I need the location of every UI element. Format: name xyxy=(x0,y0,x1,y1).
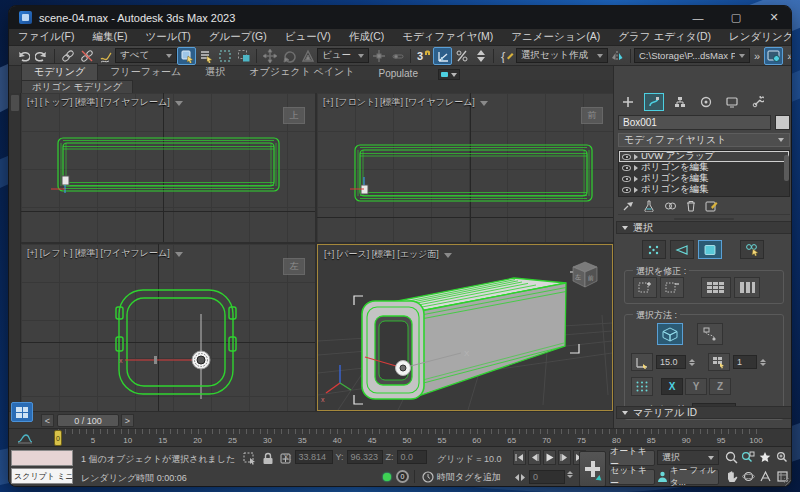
expand-arrow-icon[interactable] xyxy=(634,165,638,171)
use-pivot-point-center-button[interactable] xyxy=(369,47,388,65)
menu-item-0[interactable]: ファイル(F) xyxy=(9,29,83,45)
go-to-start-button[interactable] xyxy=(513,450,526,465)
configure-modifier-sets-button[interactable] xyxy=(705,200,718,214)
visibility-eye-icon[interactable] xyxy=(622,187,631,193)
object-name-field[interactable]: Box001 xyxy=(618,115,771,130)
select-and-rotate-button[interactable] xyxy=(279,47,298,65)
ribbon-tab-選択[interactable]: 選択 xyxy=(193,64,237,80)
reference-coordinate-dropdown[interactable]: ビュー xyxy=(317,48,369,63)
make-unique-button[interactable] xyxy=(664,200,677,214)
viewport-left-label[interactable]: [+] [レフト] [標準] [ワイヤフレーム] xyxy=(27,247,170,260)
frame-spinner[interactable] xyxy=(567,471,575,478)
loop-selection-button[interactable] xyxy=(734,277,760,298)
zoom-extents-icon[interactable] xyxy=(757,449,773,465)
undo-button[interactable] xyxy=(13,47,32,65)
menu-item-5[interactable]: 作成(C) xyxy=(340,29,394,45)
ribbon-tab-Populate[interactable]: Populate xyxy=(366,67,429,80)
named-selection-set-dropdown[interactable]: 選択セット作成 xyxy=(516,48,608,63)
shrink-selection-button[interactable] xyxy=(660,277,684,298)
close-button[interactable]: ✕ xyxy=(755,6,792,29)
material-id-rollout-header[interactable]: マテリアル ID xyxy=(616,406,792,419)
menu-item-4[interactable]: ビュー(V) xyxy=(276,29,340,45)
project-folder-dropdown[interactable]: C:\Storage\P...dsMax Project xyxy=(634,48,750,63)
menu-item-1[interactable]: 編集(E) xyxy=(83,29,136,45)
toolbar-overflow-button[interactable]: » xyxy=(750,50,764,62)
ignore-backfacing-button[interactable] xyxy=(657,323,683,345)
utilities-tab[interactable] xyxy=(748,93,768,111)
paint-spinner[interactable] xyxy=(760,359,768,366)
macro-recorder-field[interactable] xyxy=(11,450,73,466)
by-vertex-button[interactable] xyxy=(631,377,653,396)
modify-tab[interactable] xyxy=(644,93,664,111)
select-and-move-button[interactable] xyxy=(260,47,279,65)
angle-selection-button[interactable] xyxy=(631,353,653,371)
viewport-layout-tab[interactable] xyxy=(11,95,19,111)
viewcube-top[interactable]: 上 xyxy=(283,107,305,124)
bind-to-space-warp-icon[interactable] xyxy=(96,47,115,65)
isolate-selection-toggle[interactable] xyxy=(241,450,258,466)
zero-badge[interactable]: 0 xyxy=(396,470,409,483)
point-to-point-selection-button[interactable] xyxy=(697,323,723,345)
add-time-tag-button[interactable]: 時間タグを追加 xyxy=(437,471,501,484)
viewport-front-label[interactable]: [+] [フロント] [標準] [ワイヤフレーム] xyxy=(323,96,475,109)
orbit-icon[interactable] xyxy=(740,468,756,484)
zoom-icon[interactable] xyxy=(723,449,739,465)
stack-scrollbar[interactable] xyxy=(784,155,789,181)
angle-snap-toggle[interactable] xyxy=(433,47,452,65)
menu-item-2[interactable]: ツール(T) xyxy=(136,29,199,45)
render-setup-button[interactable] xyxy=(764,47,783,65)
menu-item-9[interactable]: レンダリング(R) xyxy=(720,29,792,45)
expand-arrow-icon[interactable] xyxy=(634,154,638,160)
next-frame-button[interactable]: > xyxy=(121,414,134,427)
render-overflow-button[interactable]: » xyxy=(783,50,792,62)
minimize-button[interactable]: — xyxy=(679,6,717,29)
select-object-button[interactable] xyxy=(177,47,196,65)
modifier-stack-row[interactable]: ポリゴンを編集 xyxy=(619,184,789,195)
ring-selection-button[interactable] xyxy=(701,277,731,298)
current-frame-field[interactable]: 0 xyxy=(529,470,565,484)
element-mode-button[interactable] xyxy=(740,240,764,259)
mirror-button[interactable] xyxy=(608,47,627,65)
ribbon-tab-フリーフォーム[interactable]: フリーフォーム xyxy=(98,64,193,80)
y-coordinate-field[interactable]: 96.323 xyxy=(347,450,383,464)
viewport-front[interactable]: [+] [フロント] [標準] [ワイヤフレーム] 前 xyxy=(317,93,613,242)
menu-item-6[interactable]: モディファイヤ(M) xyxy=(393,29,502,45)
menu-item-7[interactable]: アニメーション(A) xyxy=(502,29,609,45)
viewport-persp-label[interactable]: [+] [パース] [標準] [エッジ面] xyxy=(324,248,439,261)
viewport-top-label[interactable]: [+] [トップ] [標準] [ワイヤフレーム] xyxy=(27,96,170,109)
unlink-selection-icon[interactable] xyxy=(77,47,96,65)
visibility-eye-icon[interactable] xyxy=(622,154,631,160)
grow-selection-button[interactable] xyxy=(633,277,657,298)
selection-filter-dropdown[interactable]: すべて xyxy=(115,48,177,63)
visibility-eye-icon[interactable] xyxy=(622,176,631,182)
time-slider[interactable]: 0 / 100 xyxy=(57,414,119,427)
motion-tab[interactable] xyxy=(696,93,716,111)
selection-rollout-header[interactable]: 選択 xyxy=(616,221,792,234)
viewport-left[interactable]: [+] [レフト] [標準] [ワイヤフレーム] 左 x xyxy=(21,244,315,411)
expand-arrow-icon[interactable] xyxy=(634,176,638,182)
set-key-button[interactable]: セットキー xyxy=(609,469,655,485)
select-and-link-icon[interactable] xyxy=(58,47,77,65)
zoom-region-icon[interactable] xyxy=(774,449,790,465)
time-slider-marker[interactable]: 0 xyxy=(54,430,62,446)
menu-item-8[interactable]: グラフ エディタ(D) xyxy=(609,29,720,45)
viewcube-left[interactable]: 左 xyxy=(283,258,305,275)
selection-lock-toggle[interactable] xyxy=(259,450,276,466)
axis-toggle-X[interactable]: X xyxy=(661,378,683,395)
redo-button[interactable] xyxy=(32,47,51,65)
polygon-modeling-panel-tab[interactable]: ポリゴン モデリング xyxy=(21,80,133,93)
select-by-name-button[interactable] xyxy=(196,47,215,65)
next-key-button[interactable] xyxy=(558,450,571,465)
percent-snap-toggle[interactable] xyxy=(452,47,471,65)
key-filters-button[interactable]: キー フィルタ... xyxy=(669,469,719,485)
viewcube-perspective[interactable]: 左 前 xyxy=(566,257,604,291)
ribbon-config-button[interactable] xyxy=(438,69,460,80)
pin-stack-button[interactable] xyxy=(622,200,634,214)
axis-toggle-Z[interactable]: Z xyxy=(709,378,731,395)
x-coordinate-field[interactable]: 33.814 xyxy=(295,450,333,464)
select-and-manipulate-button[interactable] xyxy=(388,47,407,65)
visibility-eye-icon[interactable] xyxy=(622,165,631,171)
hierarchy-tab[interactable] xyxy=(670,93,690,111)
paint-selection-button[interactable] xyxy=(708,353,730,371)
field-of-view-icon[interactable] xyxy=(757,468,773,484)
